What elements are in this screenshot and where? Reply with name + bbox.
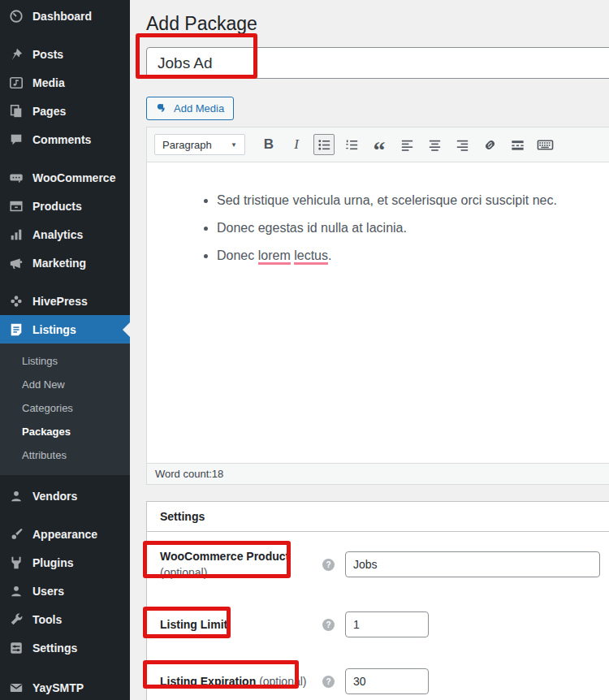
add-media-button[interactable]: Add Media (146, 97, 234, 120)
help-icon[interactable]: ? (322, 676, 335, 688)
sidebar-item-woocommerce[interactable]: WooCommerce (0, 163, 130, 192)
current-menu-arrow (123, 322, 130, 337)
sidebar-item-label: Media (32, 76, 65, 89)
list-item: Donec egestas id nulla at lacinia. (217, 219, 597, 237)
menu-spacer (0, 475, 130, 482)
bold-button[interactable]: B (258, 134, 279, 155)
envelope-icon (8, 680, 24, 696)
misspelled-word: lectus (294, 248, 328, 265)
wrench-icon (8, 611, 24, 628)
list-item: Sed tristique vehicula urna, et sceleris… (217, 192, 597, 210)
submenu-item-packages[interactable]: Packages (0, 420, 130, 443)
word-count-label: Word count: (155, 468, 212, 480)
sidebar-item-label: Posts (32, 48, 63, 61)
listing-expiration-input[interactable] (345, 668, 429, 694)
listings-icon (8, 322, 24, 338)
sidebar-item-label: Analytics (32, 228, 83, 241)
align-center-icon (427, 137, 443, 153)
sidebar-item-label: Products (32, 200, 82, 213)
pin-icon (8, 46, 24, 63)
sidebar-item-vendors[interactable]: Vendors (0, 482, 130, 510)
list-item: Donec lorem lectus. (217, 247, 597, 265)
sidebar-item-pages[interactable]: Pages (0, 97, 130, 125)
media-icon (8, 75, 24, 91)
settings-metabox-header[interactable]: Settings (147, 502, 609, 532)
pages-icon (8, 103, 24, 119)
read-more-tag-button[interactable] (507, 134, 528, 155)
bullet-list-button[interactable] (313, 134, 335, 155)
keyboard-icon (537, 137, 554, 153)
blockquote-button[interactable]: “ (369, 134, 390, 155)
field-row-listing-expiration: Listing Expiration (optional) ? (160, 668, 600, 694)
wordpress-admin-page: Dashboard Posts Media Pages Commen (0, 0, 609, 700)
listing-limit-label: Listing Limit (160, 616, 322, 633)
listing-expiration-label: Listing Expiration (optional) (160, 673, 322, 689)
align-left-icon (400, 137, 415, 153)
paragraph-style-select[interactable]: Paragraph ▼ (154, 134, 245, 155)
sidebar-item-users[interactable]: Users (0, 577, 130, 605)
sidebar-item-hivepress[interactable]: HivePress (0, 287, 130, 315)
sidebar-item-label: Listings (32, 323, 76, 336)
sidebar-item-tools[interactable]: Tools (0, 605, 130, 633)
sidebar-item-label: Comments (32, 133, 91, 146)
settings-sliders-icon (8, 640, 24, 656)
insert-link-button[interactable] (479, 134, 500, 155)
help-icon[interactable]: ? (322, 559, 335, 571)
editor-toolbar: Paragraph ▼ B I “ (147, 127, 609, 162)
woocommerce-product-label: WooCommerce Product (optional) (160, 548, 322, 581)
hivepress-icon (8, 293, 24, 309)
plug-icon (8, 555, 24, 571)
sidebar-item-settings[interactable]: Settings (0, 633, 130, 662)
sidebar-item-plugins[interactable]: Plugins (0, 548, 130, 577)
sidebar-item-products[interactable]: Products (0, 192, 130, 220)
editor-content-area[interactable]: Sed tristique vehicula urna, et sceleris… (147, 162, 609, 463)
settings-metabox: Settings WooCommerce Product (optional) … (146, 501, 609, 700)
listings-submenu: Listings Add New Categories Packages Att… (0, 344, 130, 475)
optional-hint: (optional) (160, 564, 322, 581)
listing-limit-input[interactable] (345, 611, 429, 637)
settings-title: Settings (160, 510, 205, 523)
menu-separator (0, 30, 130, 40)
sidebar-item-dashboard[interactable]: Dashboard (0, 2, 130, 30)
submenu-item-categories[interactable]: Categories (0, 396, 130, 420)
sidebar-item-analytics[interactable]: Analytics (0, 220, 130, 248)
align-center-button[interactable] (424, 134, 445, 155)
submenu-item-listings[interactable]: Listings (0, 349, 130, 373)
align-right-button[interactable] (451, 134, 473, 155)
sidebar-item-label: Dashboard (32, 10, 92, 23)
package-title-input[interactable] (146, 47, 609, 79)
sidebar-item-label: Pages (32, 105, 66, 118)
sidebar-item-yaysmtp[interactable]: YaySMTP (0, 673, 130, 700)
help-icon[interactable]: ? (322, 619, 335, 631)
sidebar-item-label: Marketing (32, 257, 86, 270)
megaphone-icon (8, 255, 24, 271)
chevron-down-icon: ▼ (231, 141, 237, 149)
misspelled-word: lorem (258, 248, 291, 265)
sidebar-item-label: Appearance (32, 528, 97, 541)
editor-status-bar: Word count: 18 (147, 463, 609, 484)
comment-bubble-icon (8, 132, 24, 148)
sidebar-item-appearance[interactable]: Appearance (0, 520, 130, 548)
bar-chart-icon (8, 227, 24, 243)
sidebar-item-listings[interactable]: Listings (0, 315, 130, 344)
submenu-item-add-new[interactable]: Add New (0, 373, 130, 396)
menu-separator (0, 277, 130, 287)
sidebar-item-label: Plugins (32, 556, 74, 569)
link-icon (482, 137, 498, 153)
submenu-item-attributes[interactable]: Attributes (0, 443, 130, 467)
ordered-list-button[interactable] (341, 134, 362, 155)
sidebar-item-marketing[interactable]: Marketing (0, 248, 130, 277)
align-left-button[interactable] (396, 134, 417, 155)
woocommerce-product-input[interactable] (345, 551, 600, 577)
sidebar-item-posts[interactable]: Posts (0, 40, 130, 68)
sidebar-item-comments[interactable]: Comments (0, 125, 130, 153)
italic-button[interactable]: I (286, 134, 307, 155)
sidebar-item-label: YaySMTP (32, 681, 84, 694)
toolbar-toggle-button[interactable] (534, 134, 555, 155)
sidebar-item-media[interactable]: Media (0, 68, 130, 97)
main-content: Add Package Add Media Paragraph ▼ B I (130, 0, 609, 700)
page-title: Add Package (146, 11, 609, 36)
sidebar-item-label: Vendors (32, 490, 77, 503)
field-row-listing-limit: Listing Limit ? (160, 611, 600, 637)
bullet-list-icon (317, 137, 332, 153)
